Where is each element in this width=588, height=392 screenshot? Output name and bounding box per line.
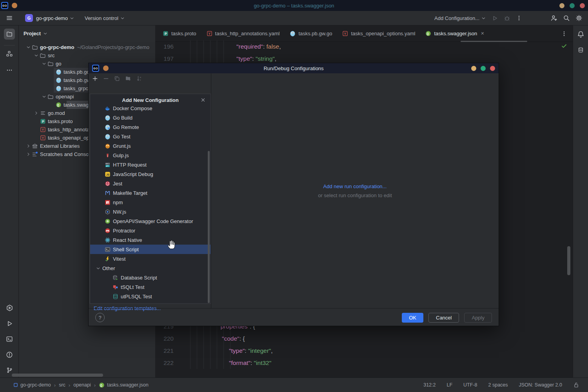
badgeY-icon: Y xyxy=(39,135,46,141)
run-button[interactable] xyxy=(492,15,498,22)
line-number: 222 xyxy=(155,357,174,369)
dialog-minimize-button[interactable] xyxy=(471,66,476,71)
tab-tasks-swagger-json[interactable]: {}tasks.swagger.json✕ xyxy=(420,25,489,42)
add-configuration-icon[interactable] xyxy=(92,76,98,82)
services-tool-button[interactable] xyxy=(4,302,15,313)
popup-close-icon[interactable] xyxy=(200,97,206,103)
chevron-down-icon[interactable] xyxy=(25,45,31,50)
tab-list-menu[interactable] xyxy=(561,25,573,42)
search-everywhere-icon[interactable] xyxy=(563,15,570,22)
add-new-run-configuration-link[interactable]: Add new run configuration... xyxy=(323,183,387,189)
config-type-react-native[interactable]: React Native xyxy=(90,235,211,245)
config-type-jest[interactable]: Jest xyxy=(90,179,211,188)
breadcrumb-tasks-swagger-json[interactable]: {}tasks.swagger.json xyxy=(99,382,149,388)
vcs-widget[interactable]: Version control xyxy=(85,15,118,21)
gomod-icon xyxy=(39,110,46,116)
sort-configurations-icon[interactable]: az xyxy=(136,75,143,82)
chevron-down-icon[interactable] xyxy=(41,94,47,99)
config-type-go-build[interactable]: Go Build xyxy=(90,113,211,122)
status-widget-utf-8[interactable]: UTF-8 xyxy=(463,382,477,388)
config-type-database-script[interactable]: Database Script xyxy=(90,273,211,282)
ok-button[interactable]: OK xyxy=(402,313,423,323)
config-type-openapi-swagger-code-generator[interactable]: OpenAPI/Swagger Code Generator xyxy=(90,216,211,226)
dialog-close-button[interactable] xyxy=(490,66,495,71)
config-type-gulp-js[interactable]: Gulp.js xyxy=(90,151,211,160)
config-type-shell-script[interactable]: Shell Script xyxy=(90,245,211,254)
dialog-maximize-button[interactable] xyxy=(481,66,486,71)
inspections-ok-icon[interactable] xyxy=(561,43,567,49)
apply-button[interactable]: Apply xyxy=(464,313,492,323)
settings-icon[interactable] xyxy=(575,15,583,22)
code-line-221[interactable]: 221"type": "integer", xyxy=(155,345,567,357)
dialog-toolbar: az xyxy=(92,75,143,82)
mouse-cursor-hand xyxy=(167,239,176,251)
more-tools-button[interactable] xyxy=(4,65,15,76)
tab-tasks-http-annotations-yaml[interactable]: Ytasks_http_annotations.yaml xyxy=(201,25,285,42)
chevron-right-icon[interactable] xyxy=(25,143,31,149)
status-widget-lf[interactable]: LF xyxy=(446,382,452,388)
config-type-http-request[interactable]: APIHTTP Request xyxy=(90,160,211,169)
chevron-right-icon[interactable] xyxy=(33,111,39,116)
project-tool-button[interactable] xyxy=(4,29,15,40)
notifications-tool-button[interactable] xyxy=(575,29,586,40)
copy-configuration-icon[interactable] xyxy=(114,76,120,82)
config-type-label: utPLSQL Test xyxy=(121,294,152,299)
tab-close-icon[interactable]: ✕ xyxy=(481,31,484,36)
help-button[interactable]: ? xyxy=(95,313,105,322)
chevron-right-icon[interactable] xyxy=(25,152,31,157)
remove-configuration-icon[interactable] xyxy=(103,76,109,82)
code-line-222[interactable]: 222"format": "int32" xyxy=(155,357,567,369)
run-tool-button[interactable] xyxy=(4,318,15,329)
config-type-vitest[interactable]: Vitest xyxy=(90,254,211,263)
tab-tasks-proto[interactable]: Ptasks.proto xyxy=(158,25,201,42)
chevron-down-icon[interactable] xyxy=(41,61,47,66)
tab-tasks-pb-gw-go[interactable]: tasks.pb.gw.go xyxy=(285,25,337,42)
window-maximize-button[interactable] xyxy=(570,3,575,8)
editor-scrollbar[interactable] xyxy=(567,246,570,275)
window-close-button[interactable] xyxy=(580,3,585,8)
config-type-makefile-target[interactable]: Makefile Target xyxy=(90,188,211,198)
window-minimize-button[interactable] xyxy=(559,3,564,8)
config-type-npm[interactable]: npm xyxy=(90,198,211,207)
run-configurations-combo[interactable]: Add Configuration... xyxy=(434,15,486,21)
tab-tasks-openapi-options-yaml[interactable]: Ytasks_openapi_options.yaml xyxy=(337,25,420,42)
config-type-utplsql-test[interactable]: utPLSQL Test xyxy=(90,292,211,301)
tree-item-go-grpc-demo[interactable]: go-grpc-demo~/GolandProjects/go-grpc-dem… xyxy=(19,43,155,51)
cancel-button[interactable]: Cancel xyxy=(428,313,459,323)
status-widget-2-spaces[interactable]: 2 spaces xyxy=(488,382,508,388)
config-type-other[interactable]: Other xyxy=(90,263,211,273)
code-line-196[interactable]: 196"required": false, xyxy=(155,40,567,53)
project-hscrollbar[interactable] xyxy=(12,374,103,377)
terminal-tool-button[interactable] xyxy=(4,334,15,345)
config-type-docker-compose[interactable]: Docker Compose xyxy=(90,107,211,113)
chevron-down-icon xyxy=(69,16,74,21)
right-tool-stripe xyxy=(573,25,588,377)
config-type-tsqlt-test[interactable]: tSQLt Test xyxy=(90,282,211,292)
config-type-nw-js[interactable]: NW.js xyxy=(90,207,211,216)
tree-item-src[interactable]: src xyxy=(19,51,155,60)
config-type-protractor[interactable]: Protractor xyxy=(90,226,211,235)
problems-tool-button[interactable] xyxy=(4,349,15,360)
new-folder-icon[interactable] xyxy=(125,75,131,82)
status-widget-json-swagger-2-0[interactable]: JSON: Swagger 2.0 xyxy=(519,382,562,388)
main-menu-icon[interactable] xyxy=(6,15,13,22)
project-widget[interactable]: go-grpc-demo xyxy=(36,15,68,21)
debug-button[interactable] xyxy=(504,15,510,22)
breadcrumb-src[interactable]: src xyxy=(59,382,65,388)
chevron-down-icon[interactable] xyxy=(33,53,39,58)
code-line-220[interactable]: 220"code": { xyxy=(155,332,567,345)
project-widget-icon[interactable]: G xyxy=(25,14,33,22)
database-tool-button[interactable] xyxy=(575,44,586,55)
status-widget-312-2[interactable]: 312:2 xyxy=(423,382,436,388)
breadcrumb-go-grpc-demo[interactable]: go-grpc-demo xyxy=(13,382,51,388)
config-type-javascript-debug[interactable]: JSJavaScript Debug xyxy=(90,169,211,179)
code-with-me-icon[interactable] xyxy=(550,15,557,22)
popup-scrollbar[interactable] xyxy=(208,151,210,303)
more-actions-icon[interactable] xyxy=(516,15,522,21)
config-type-grunt-js[interactable]: Grunt.js xyxy=(90,141,211,151)
config-type-go-remote[interactable]: Go Remote xyxy=(90,122,211,132)
config-type-go-test[interactable]: Go Test xyxy=(90,132,211,141)
project-panel-header[interactable]: Project xyxy=(24,31,48,36)
breadcrumb-openapi[interactable]: openapi xyxy=(73,382,91,388)
structure-tool-button[interactable] xyxy=(4,48,15,59)
